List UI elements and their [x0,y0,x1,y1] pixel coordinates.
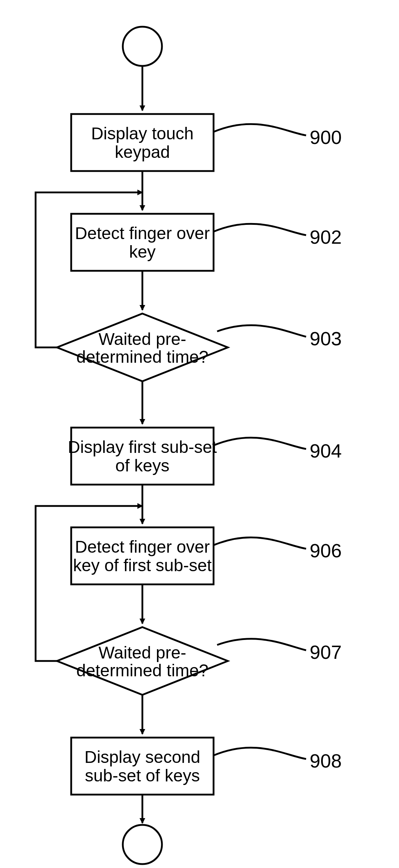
step-907-label-l2: determined time? [77,661,209,680]
step-900-label-l1: Display touch [91,124,194,143]
step-903-ref: 903 [310,328,342,349]
callout-900 [214,124,306,135]
step-908-ref: 908 [310,750,342,771]
callout-907 [217,639,306,650]
callout-903 [217,325,306,337]
step-907-label-l1: Waited pre- [99,643,186,662]
step-900-ref: 900 [310,126,342,148]
step-902-label-l2: key [129,242,156,261]
step-904-ref: 904 [310,440,342,461]
step-903-label-l1: Waited pre- [99,330,186,348]
step-902-ref: 902 [310,226,342,248]
callout-902 [214,224,306,235]
callout-906 [214,537,306,549]
flowchart-canvas: Display touch keypad 900 Detect finger o… [0,0,399,868]
step-903-label-l2: determined time? [77,347,209,366]
step-906-ref: 906 [310,540,342,561]
callout-904 [214,438,306,449]
start-terminator [123,27,162,66]
step-908-label-l1: Display second [84,748,200,766]
step-907-ref: 907 [310,641,342,663]
step-902-label-l1: Detect finger over [75,224,210,243]
end-terminator [123,825,162,864]
step-904-label-l1: Display first sub-set [68,438,217,456]
step-900-label-l2: keypad [115,143,170,161]
step-906-label-l1: Detect finger over [75,537,210,556]
step-904-label-l2: of keys [115,456,169,475]
step-908-label-l2: sub-set of keys [85,766,200,785]
step-906-label-l2: key of first sub-set [73,556,211,575]
callout-908 [214,748,306,759]
